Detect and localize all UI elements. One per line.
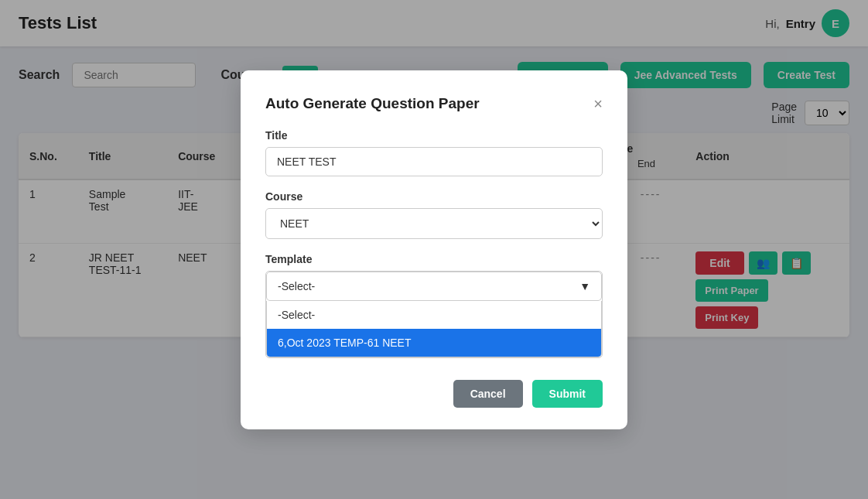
course-group: Course NEET IIT-JEE (265, 190, 603, 239)
template-dropdown: -Select- ▼ -Select- 6,Oct 2023 TEMP-61 N… (265, 271, 603, 358)
modal-overlay: Auto Generate Question Paper × Title Cou… (0, 0, 868, 499)
course-select[interactable]: NEET IIT-JEE (265, 208, 603, 239)
title-group: Title (265, 129, 603, 176)
close-button[interactable]: × (593, 96, 603, 111)
template-trigger[interactable]: -Select- ▼ (266, 272, 602, 301)
template-group: Template -Select- ▼ -Select- 6,Oct 2023 … (265, 253, 603, 358)
modal-dialog: Auto Generate Question Paper × Title Cou… (241, 70, 627, 429)
course-label: Course (265, 190, 603, 203)
modal-header: Auto Generate Question Paper × (265, 95, 603, 112)
title-input[interactable] (265, 147, 603, 176)
dropdown-option-neet[interactable]: 6,Oct 2023 TEMP-61 NEET (267, 329, 601, 357)
title-label: Title (265, 129, 603, 142)
dropdown-option-default[interactable]: -Select- (267, 301, 601, 329)
template-selected-label: -Select- (278, 280, 315, 292)
submit-button[interactable]: Submit (532, 380, 603, 408)
modal-title: Auto Generate Question Paper (265, 95, 480, 112)
template-label: Template (265, 253, 603, 265)
cancel-button[interactable]: Cancel (453, 380, 523, 408)
dropdown-chevron-icon: ▼ (579, 280, 590, 292)
template-dropdown-list: -Select- 6,Oct 2023 TEMP-61 NEET (266, 301, 602, 357)
modal-footer: Cancel Submit (265, 380, 603, 408)
